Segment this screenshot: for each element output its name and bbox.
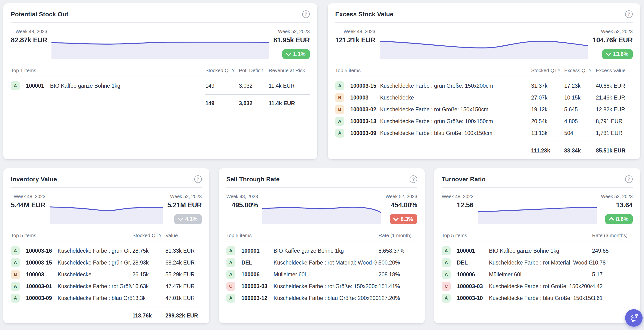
abc-grade-badge: A bbox=[442, 246, 451, 255]
help-icon[interactable]: ? bbox=[625, 11, 633, 18]
table-header: Top 5 items Rate (1 month) bbox=[226, 231, 417, 238]
card-inventory-value: Inventory Value ? Week 48, 2023 5.44M EU… bbox=[3, 168, 210, 323]
bottom-row: Inventory Value ? Week 48, 2023 5.44M EU… bbox=[3, 168, 640, 323]
item-name: Kuscheldecke Farbe : rot Größe: 150x200c… bbox=[274, 283, 379, 290]
change-value: 4.1% bbox=[185, 216, 197, 222]
period-end-label: Week 52, 2023 bbox=[170, 194, 202, 199]
cell-value: 13.13k bbox=[531, 130, 564, 136]
abc-grade-badge: A bbox=[11, 81, 20, 90]
abc-grade-badge: A bbox=[11, 246, 20, 255]
cell-value: 5,645 bbox=[564, 106, 596, 113]
table-header: Top 1 items Stocked QTY Pot. Deficit Rev… bbox=[11, 66, 310, 73]
period-start-label: Week 48, 2023 bbox=[344, 29, 375, 34]
item-code: 100003-13 bbox=[350, 118, 380, 125]
period-end-value: 454.00% bbox=[391, 201, 417, 209]
card-header: Turnover Ratio ? bbox=[442, 175, 633, 188]
table-header: Top 5 items Rate (3 months) bbox=[442, 231, 633, 238]
table-row[interactable]: A 100003-12 Kuscheldecke Farbe : blau Gr… bbox=[226, 292, 417, 304]
item-name: Kuscheldecke Farbe : blau Grö... bbox=[58, 295, 132, 301]
total-value: 113.76k bbox=[132, 312, 166, 319]
period-start-value: 495.00% bbox=[232, 201, 258, 209]
period-start: Week 48, 2023 495.00% bbox=[226, 194, 258, 224]
period-start-value: 121.21k EUR bbox=[335, 36, 375, 44]
item-name: BIO Kaffee ganze Bohne 1kg bbox=[50, 83, 206, 89]
totals-row: 111.23k 38.34k 85.51k EUR bbox=[335, 145, 633, 156]
table-row[interactable]: A 100003-10 Kuscheldecke Farbe : blau Gr… bbox=[442, 292, 633, 304]
table-row[interactable]: A 100006 Mülleimer 60L 5.17 bbox=[442, 269, 633, 280]
card-header: Inventory Value ? bbox=[11, 175, 202, 188]
kpi-trend: Week 48, 2023 82.87k EUR Week 52, 2023 8… bbox=[11, 29, 310, 59]
card-title: Turnover Ratio bbox=[442, 176, 486, 183]
cell-value: 208.18% bbox=[378, 271, 417, 278]
table-caption: Top 5 items bbox=[442, 233, 592, 238]
card-title: Inventory Value bbox=[11, 176, 57, 183]
table-row[interactable]: B 100003-02 Kuscheldecke Farbe : rot Grö… bbox=[335, 104, 633, 115]
column-header: Revenue at Risk bbox=[269, 68, 310, 73]
help-icon[interactable]: ? bbox=[625, 176, 633, 183]
cell-value: 55.29k EUR bbox=[166, 271, 202, 278]
table-row[interactable]: A 100003-13 Kuscheldecke Farbe : grün Gr… bbox=[335, 115, 633, 127]
top-row: Potential Stock Out ? Week 48, 2023 82.8… bbox=[3, 3, 640, 159]
cell-value: 3,032 bbox=[239, 83, 269, 89]
cell-value: 10.15k bbox=[564, 95, 596, 101]
items-table: Top 5 items Stocked QTY Excess QTY Exces… bbox=[335, 66, 633, 156]
table-row[interactable]: A 100003-01 Kuscheldecke Farbe : rot Grö… bbox=[11, 280, 202, 292]
table-row[interactable]: A 100001 BIO Kaffee ganze Bohne 1kg 8,65… bbox=[226, 245, 417, 257]
help-icon[interactable]: ? bbox=[410, 176, 417, 183]
help-icon[interactable]: ? bbox=[194, 176, 202, 183]
table-row[interactable]: C 100003-03 Kuscheldecke Farbe : rot Grö… bbox=[226, 280, 417, 292]
help-icon[interactable]: ? bbox=[302, 11, 310, 18]
table-row[interactable]: B 100003 Kuscheldecke 27.07k 10.15k 21.4… bbox=[335, 92, 633, 104]
item-code: 100003 bbox=[26, 271, 58, 278]
card-title: Excess Stock Value bbox=[335, 11, 393, 18]
total-value: 299.32k EUR bbox=[166, 312, 202, 319]
item-code: DEL bbox=[242, 260, 274, 266]
table-row[interactable]: C 100003-03 Kuscheldecke Farbe : rot Grö… bbox=[442, 280, 633, 292]
table-row[interactable]: A DEL Kuscheldecke Farbe : rot Material:… bbox=[226, 257, 417, 269]
item-name: Kuscheldecke Farbe : blau Größe: 100x150… bbox=[380, 130, 531, 136]
table-row[interactable]: A 100001 BIO Kaffee ganze Bohne 1kg 149 … bbox=[11, 80, 310, 92]
period-start: Week 48, 2023 5.44M EUR bbox=[11, 194, 45, 224]
abc-grade-badge: A bbox=[226, 246, 235, 255]
sparkline bbox=[52, 38, 269, 59]
item-code: 100001 bbox=[26, 83, 50, 89]
card-title: Sell Through Rate bbox=[226, 176, 280, 183]
cell-value: 4,805 bbox=[564, 118, 596, 125]
change-badge: 8.3% bbox=[390, 214, 417, 224]
column-header: Rate (3 months) bbox=[592, 233, 633, 238]
card-sell-through-rate: Sell Through Rate ? Week 48, 2023 495.00… bbox=[219, 168, 425, 323]
table-row[interactable]: A 100006 Mülleimer 60L 208.18% bbox=[226, 269, 417, 280]
item-name: Kuscheldecke bbox=[380, 95, 531, 101]
table-row[interactable]: A 100003-09 Kuscheldecke Farbe : blau Gr… bbox=[335, 127, 633, 139]
cell-value: 31.37k bbox=[531, 83, 564, 89]
change-value: 8.3% bbox=[400, 216, 413, 222]
table-row[interactable]: A 100003-16 Kuscheldecke Farbe : grün Gr… bbox=[11, 245, 202, 257]
items-table: Top 1 items Stocked QTY Pot. Deficit Rev… bbox=[11, 66, 310, 109]
cell-value: 81.33k EUR bbox=[166, 248, 202, 254]
cell-value: 149 bbox=[206, 83, 239, 89]
chat-heart-bubble-icon bbox=[629, 313, 639, 323]
cell-value: 17.23k bbox=[564, 83, 596, 89]
table-row[interactable]: A DEL Kuscheldecke Farbe : rot Material:… bbox=[442, 257, 633, 269]
table-row[interactable]: A 100003-15 Kuscheldecke Farbe : grün Gr… bbox=[335, 80, 633, 92]
chat-assistant-button[interactable] bbox=[625, 309, 642, 327]
cell-value: 12.82k EUR bbox=[596, 106, 633, 113]
table-row[interactable]: A 100001 BIO Kaffee ganze Bohne 1kg 249.… bbox=[442, 245, 633, 257]
card-header: Sell Through Rate ? bbox=[226, 175, 417, 188]
cell-value: 504 bbox=[564, 130, 596, 136]
period-end-label: Week 52, 2023 bbox=[601, 29, 633, 34]
cell-value: 11.4k EUR bbox=[269, 83, 310, 89]
table-row[interactable]: A 100003-15 Kuscheldecke Farbe : grün Gr… bbox=[11, 257, 202, 269]
table-row[interactable]: A 100003-09 Kuscheldecke Farbe : blau Gr… bbox=[11, 292, 202, 304]
sparkline-chart bbox=[52, 29, 269, 59]
table-header: Top 5 items Stocked QTY Value bbox=[11, 231, 202, 238]
sparkline-chart bbox=[262, 194, 381, 224]
column-header: Rate (1 month) bbox=[378, 233, 417, 238]
period-start: Week 48, 2023 82.87k EUR bbox=[11, 29, 47, 59]
totals-row: 149 3,032 11.4k EUR bbox=[11, 97, 310, 109]
period-end: Week 52, 2023 5.21M EUR 4.1% bbox=[167, 194, 202, 224]
change-value: 13.6% bbox=[613, 51, 628, 57]
table-row[interactable]: B 100003 Kuscheldecke 26.15k 55.29k EUR bbox=[11, 269, 202, 280]
kpi-dashboard: Potential Stock Out ? Week 48, 2023 82.8… bbox=[0, 0, 644, 330]
cell-value: 19.12k bbox=[531, 106, 564, 113]
